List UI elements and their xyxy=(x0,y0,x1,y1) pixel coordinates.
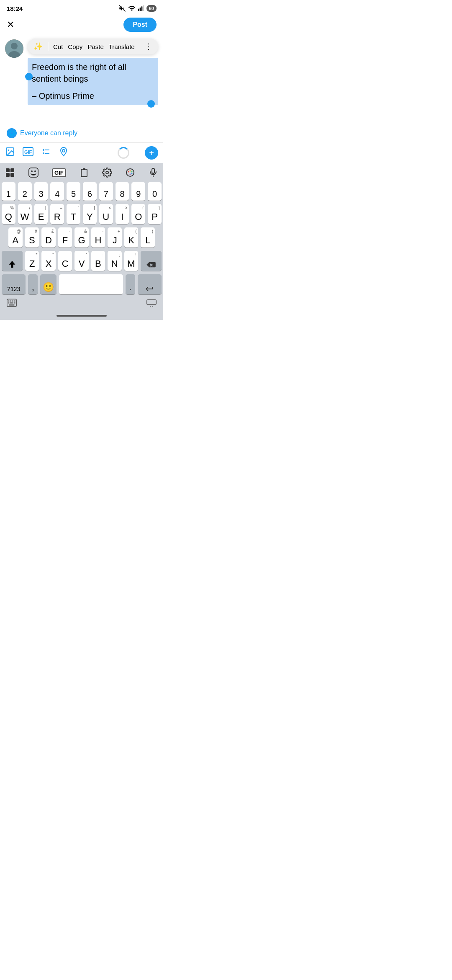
key-z[interactable]: *Z xyxy=(25,251,39,271)
key-7[interactable]: 7 xyxy=(99,182,113,201)
key-c[interactable]: 'C xyxy=(58,251,72,271)
keyboard-hide-icon[interactable] xyxy=(146,299,157,308)
key-l[interactable]: )L xyxy=(141,227,155,248)
key-v[interactable]: 'V xyxy=(74,251,88,271)
svg-rect-43 xyxy=(9,304,15,305)
key-g[interactable]: &G xyxy=(74,227,89,248)
avatar xyxy=(5,39,23,58)
svg-rect-38 xyxy=(12,300,13,301)
add-thread-button[interactable]: + xyxy=(145,146,158,160)
sticker-icon xyxy=(28,167,39,178)
key-q[interactable]: %Q xyxy=(2,204,15,224)
svg-rect-1 xyxy=(138,9,139,11)
keyboard-palette-button[interactable] xyxy=(125,168,135,178)
svg-rect-17 xyxy=(6,168,10,172)
key-w[interactable]: \W xyxy=(18,204,32,224)
key-backspace[interactable] xyxy=(141,251,162,271)
compose-text-main[interactable]: Freedom is the right of all sentient bei… xyxy=(32,61,154,85)
reply-setting-button[interactable]: Everyone can reply xyxy=(20,129,77,137)
key-2[interactable]: 2 xyxy=(18,182,32,201)
key-m[interactable]: !M xyxy=(124,251,138,271)
key-e[interactable]: |E xyxy=(34,204,48,224)
key-a[interactable]: @A xyxy=(8,227,23,248)
key-u[interactable]: <U xyxy=(99,204,113,224)
home-indicator xyxy=(56,315,107,317)
asdf-row: @A #S £D -F &G -H +J (K )L xyxy=(0,226,163,249)
key-n[interactable]: ;N xyxy=(108,251,121,271)
key-f[interactable]: -F xyxy=(58,227,72,248)
svg-point-22 xyxy=(31,170,33,172)
key-y[interactable]: ]Y xyxy=(83,204,97,224)
key-d[interactable]: £D xyxy=(41,227,56,248)
key-emoji[interactable]: 🙂 xyxy=(40,274,56,294)
reply-bar: 🌐 Everyone can reply xyxy=(0,122,163,142)
key-t[interactable]: [T xyxy=(67,204,80,224)
key-space[interactable] xyxy=(59,274,123,294)
keyboard-switch-button[interactable] xyxy=(7,299,17,308)
key-s[interactable]: #S xyxy=(25,227,39,248)
translate-button[interactable]: Translate xyxy=(109,43,135,50)
keyboard-emoji-sticker-button[interactable] xyxy=(28,167,39,178)
svg-point-6 xyxy=(11,43,18,49)
globe-icon: 🌐 xyxy=(7,128,17,138)
battery-level: 60 xyxy=(146,5,157,12)
paste-button[interactable]: Paste xyxy=(87,43,103,50)
list-toolbar-icon[interactable] xyxy=(41,147,51,159)
gif-toolbar-icon[interactable]: GIF xyxy=(23,147,33,159)
svg-rect-2 xyxy=(139,8,141,11)
microphone-icon xyxy=(148,168,158,178)
context-menu-wrapper: ✨ Cut Copy Paste Translate ⋮ Freedom is … xyxy=(28,39,158,105)
key-o[interactable]: {O xyxy=(131,204,145,224)
svg-rect-4 xyxy=(143,5,144,11)
key-period[interactable]: . xyxy=(126,274,135,294)
key-enter[interactable] xyxy=(138,274,162,294)
svg-rect-18 xyxy=(10,168,14,172)
key-5[interactable]: 5 xyxy=(67,182,80,201)
key-8[interactable]: 8 xyxy=(116,182,129,201)
key-b[interactable]: :B xyxy=(91,251,105,271)
close-button[interactable]: ✕ xyxy=(7,19,14,30)
selection-handle-left[interactable] xyxy=(25,73,33,80)
keyboard-settings-button[interactable] xyxy=(102,168,112,178)
shift-icon xyxy=(8,260,16,268)
text-content-area[interactable]: Freedom is the right of all sentient bei… xyxy=(28,58,158,105)
keyboard-gif-label[interactable]: GIF xyxy=(52,168,66,177)
key-r[interactable]: =R xyxy=(50,204,64,224)
key-h[interactable]: -H xyxy=(91,227,105,248)
copy-button[interactable]: Copy xyxy=(68,43,82,50)
key-i[interactable]: >I xyxy=(116,204,129,224)
key-comma[interactable]: , xyxy=(28,274,38,294)
selection-handle-right[interactable] xyxy=(147,100,155,108)
key-x[interactable]: "X xyxy=(41,251,55,271)
key-4[interactable]: 4 xyxy=(50,182,64,201)
svg-rect-36 xyxy=(8,300,9,301)
key-num-toggle[interactable]: ?123 xyxy=(2,274,26,294)
cut-button[interactable]: Cut xyxy=(53,43,63,50)
keyboard-mic-button[interactable] xyxy=(148,168,158,178)
compose-text-attribution[interactable]: – Optimus Prime xyxy=(32,91,154,101)
more-options-button[interactable]: ⋮ xyxy=(145,42,152,51)
key-j[interactable]: +J xyxy=(108,227,122,248)
key-9[interactable]: 9 xyxy=(131,182,145,201)
location-toolbar-icon[interactable] xyxy=(59,147,69,159)
status-time: 18:24 xyxy=(7,5,23,12)
keyboard-clipboard-button[interactable] xyxy=(79,168,89,178)
svg-point-9 xyxy=(8,150,9,151)
compose-area: ✨ Cut Copy Paste Translate ⋮ Freedom is … xyxy=(0,36,163,105)
keyboard-grid-button[interactable] xyxy=(5,168,15,178)
svg-rect-20 xyxy=(10,173,14,177)
spark-icon: ✨ xyxy=(33,42,43,51)
svg-point-29 xyxy=(129,170,131,172)
character-count-circle xyxy=(118,147,129,159)
key-k[interactable]: (K xyxy=(124,227,139,248)
post-button[interactable]: Post xyxy=(123,18,157,32)
svg-rect-37 xyxy=(10,300,11,301)
image-toolbar-icon[interactable] xyxy=(5,147,15,159)
key-p[interactable]: }P xyxy=(148,204,162,224)
key-0[interactable]: 0 xyxy=(148,182,162,201)
svg-point-13 xyxy=(43,152,44,154)
key-1[interactable]: 1 xyxy=(2,182,15,201)
key-shift[interactable] xyxy=(2,251,23,271)
key-3[interactable]: 3 xyxy=(34,182,48,201)
key-6[interactable]: 6 xyxy=(83,182,97,201)
